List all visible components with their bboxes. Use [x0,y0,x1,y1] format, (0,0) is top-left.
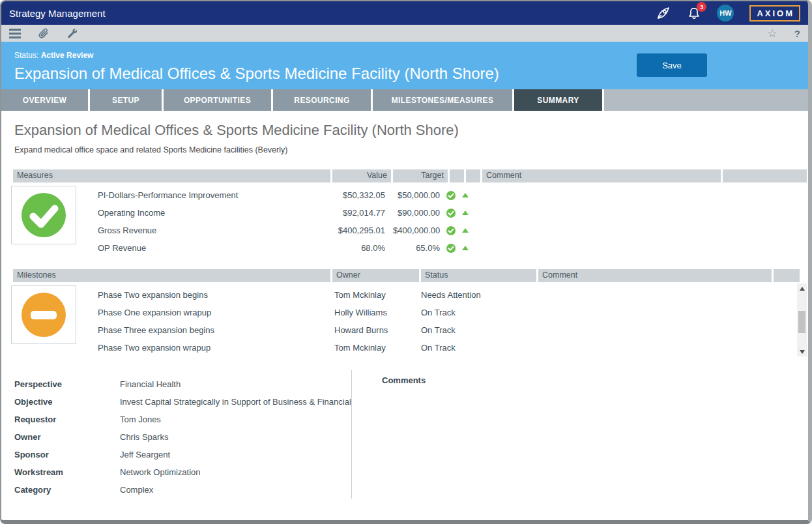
document-banner: Status: Active Review Expansion of Medic… [1,42,808,89]
field-value: Financial Health [120,379,351,389]
milestones-overall-status [11,285,76,344]
trend-up-icon [458,211,472,215]
tab-summary[interactable]: SUMMARY [514,89,602,111]
measure-target: $50,000.00 [389,190,444,200]
milestone-owner: Holly Williams [330,308,417,317]
measure-value: $92,014.77 [330,208,389,218]
milestone-row[interactable]: Phase Two expansion wrapup Tom Mckinlay … [13,339,807,357]
field-requestor: Requestor Tom Jones [14,411,351,428]
tab-opportunities[interactable]: OPPORTUNITIES [164,89,271,111]
scrollbar-thumb[interactable] [798,311,805,333]
axiom-logo: AXIOM [749,5,800,22]
tab-overview[interactable]: OVERVIEW [1,89,88,111]
measure-target: $400,000.00 [389,226,444,235]
rocket-icon[interactable] [656,5,671,21]
milestone-owner: Tom Mckinlay [330,343,417,353]
measures-header-target: Target [393,169,448,182]
milestone-row[interactable]: Phase One expansion wrapup Holly William… [13,304,807,321]
milestone-name: Phase Two expansion wrapup [13,343,330,353]
milestones-header-extra [774,269,800,282]
attachment-paperclip-icon[interactable] [38,27,50,39]
milestone-status: On Track [417,308,532,317]
user-avatar[interactable]: HW [717,5,734,22]
milestones-header-status: Status [421,269,536,282]
toolbar-right: ☆ ? [768,28,800,39]
app-title: Strategy Management [9,8,106,19]
orange-minus-circle-icon [20,291,67,338]
field-label: Category [14,485,120,495]
field-label: Perspective [14,379,120,389]
measures-body: PI-Dollars-Performance Improvement $50,3… [13,182,807,254]
measure-name: OP Revenue [13,243,330,253]
app-window: Strategy Management 3 HW AXIOM [0,0,812,524]
field-value: Invest Capital Strategically in Support … [120,397,351,407]
milestone-status: On Track [417,343,532,353]
measure-row[interactable]: Operating Income $92,014.77 $90,000.00 [13,204,807,222]
favorite-star-icon[interactable]: ☆ [768,28,777,39]
topbar-actions: 3 HW AXIOM [630,5,800,22]
measures-header-value: Value [332,169,391,182]
trend-up-icon [458,246,472,250]
measure-target: 65.0% [389,243,444,253]
milestones-scrollbar[interactable] [797,284,807,357]
tab-bar-filler [604,89,808,111]
status-label: Status: [14,51,38,60]
field-label: Requestor [14,415,120,424]
milestones-header-name: Milestones [13,269,330,282]
details-fields: Perspective Financial Health Objective I… [1,370,351,499]
toolbar: ☆ ? [1,25,808,42]
help-icon[interactable]: ? [794,29,800,38]
comments-pane: Comments [351,370,802,499]
page-title: Expansion of Medical Offices & Sports Me… [14,122,459,139]
measures-header: Measures Value Target Comment [13,169,807,182]
milestone-owner: Tom Mckinlay [330,290,417,300]
milestone-owner: Howard Burns [330,325,417,335]
measures-table: Measures Value Target Comment PI-Dollars… [13,169,807,254]
milestones-body: Phase Two expansion begins Tom Mckinlay … [13,282,807,357]
status-check-icon [444,209,458,218]
measure-value: $50,332.05 [330,190,389,200]
field-category: Category Complex [14,481,351,499]
tab-bar: OVERVIEW SETUP OPPORTUNITIES RESOURCING … [1,89,808,111]
measure-row[interactable]: Gross Revenue $400,295.01 $400,000.00 [13,222,807,239]
field-owner: Owner Chris Sparks [14,428,351,446]
milestones-header-comment: Comment [538,269,772,282]
tab-milestones-measures[interactable]: MILESTONES/MEASURES [373,89,512,111]
tab-resourcing[interactable]: RESOURCING [273,89,371,111]
comments-title: Comments [382,375,802,385]
status-check-icon [444,191,458,200]
top-nav-bar: Strategy Management 3 HW AXIOM [1,1,808,25]
menu-hamburger-icon[interactable] [9,29,21,38]
field-value: Tom Jones [120,415,351,424]
measures-header-status [450,169,464,182]
notifications-bell-icon[interactable]: 3 [687,6,701,20]
measure-row[interactable]: OP Revenue 68.0% 65.0% [13,239,807,257]
milestone-row[interactable]: Phase Two expansion begins Tom Mckinlay … [13,286,807,304]
field-label: Objective [14,397,120,407]
tab-setup[interactable]: SETUP [90,89,162,111]
field-objective: Objective Invest Capital Strategically i… [14,393,351,411]
milestones-table: Milestones Owner Status Comment Phase Tw… [13,269,807,357]
details-section: Perspective Financial Health Objective I… [1,370,802,499]
field-perspective: Perspective Financial Health [14,375,351,393]
status-check-icon [444,226,458,235]
status-check-icon [444,244,458,253]
field-value: Chris Sparks [120,432,351,442]
field-value: Jeff Seargent [120,450,351,459]
scroll-up-arrow[interactable] [797,284,807,293]
field-sponsor: Sponsor Jeff Seargent [14,446,351,463]
status-value: Active Review [41,51,94,60]
milestones-header: Milestones Owner Status Comment [13,269,807,282]
measure-value: 68.0% [330,243,389,253]
measure-row[interactable]: PI-Dollars-Performance Improvement $50,3… [13,186,807,204]
wrench-icon[interactable] [66,27,78,39]
trend-up-icon [458,193,472,197]
scroll-down-arrow[interactable] [797,347,807,357]
save-button[interactable]: Save [637,53,707,77]
trend-up-icon [458,228,472,233]
field-label: Workstream [14,467,120,477]
measures-header-trend [466,169,480,182]
milestone-row[interactable]: Phase Three expansion begins Howard Burn… [13,321,807,339]
summary-content: Expansion of Medical Offices & Sports Me… [1,111,808,520]
measures-overall-status [11,186,76,244]
